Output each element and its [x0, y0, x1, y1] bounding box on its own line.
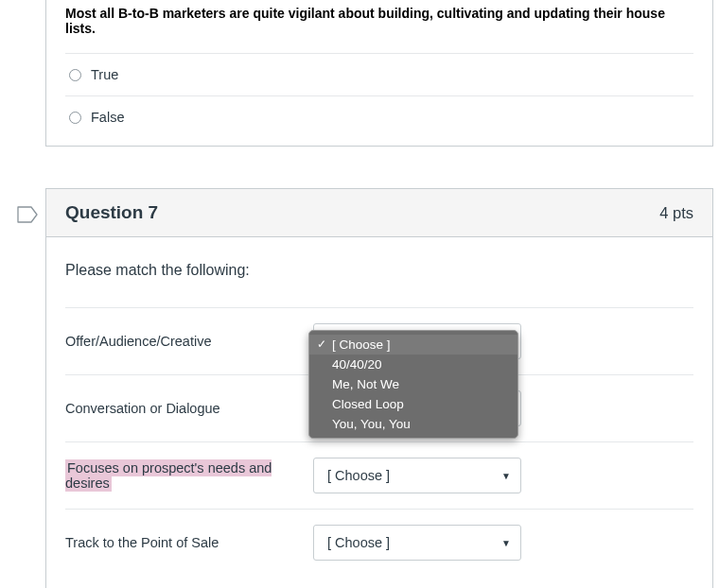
flag-question-button[interactable]	[17, 206, 38, 223]
highlighted-text: Focuses on prospect's needs and desires	[65, 459, 272, 492]
dropdown-option-you-you-you[interactable]: You, You, You	[309, 414, 517, 434]
question-points: 4 pts	[659, 204, 693, 222]
choice-true-row[interactable]: True	[65, 54, 693, 96]
question-6-stem: Most all B-to-B marketers are quite vigi…	[65, 0, 693, 54]
chevron-down-icon: ▼	[501, 471, 511, 481]
match-label-1: Offer/Audience/Creative	[65, 334, 300, 349]
flag-outline-icon	[17, 206, 38, 223]
question-title: Question 7	[65, 202, 158, 223]
dropdown-option-404020[interactable]: 40/40/20	[309, 355, 517, 374]
match-row-3: Focuses on prospect's needs and desires …	[65, 441, 693, 509]
match-row-4: Track to the Point of Sale [ Choose ] ▼	[65, 509, 693, 576]
dropdown-menu: [ Choose ] 40/40/20 Me, Not We Closed Lo…	[308, 330, 518, 439]
match-label-2: Conversation or Dialogue	[65, 401, 300, 416]
choice-false-row[interactable]: False	[65, 96, 693, 138]
choice-true-label: True	[91, 67, 118, 82]
question-header: Question 7 4 pts	[46, 189, 712, 237]
question-prompt: Please match the following:	[65, 262, 693, 279]
select-value: [ Choose ]	[327, 535, 390, 550]
chevron-down-icon: ▼	[501, 538, 511, 548]
radio-icon	[69, 112, 81, 124]
radio-icon	[69, 69, 81, 81]
dropdown-option-closed-loop[interactable]: Closed Loop	[309, 394, 517, 414]
dropdown-option-me-not-we[interactable]: Me, Not We	[309, 374, 517, 394]
match-select-4[interactable]: [ Choose ] ▼	[313, 525, 521, 561]
question-6-card: Most all B-to-B marketers are quite vigi…	[45, 0, 713, 147]
dropdown-option-choose[interactable]: [ Choose ]	[309, 335, 517, 355]
match-label-3: Focuses on prospect's needs and desires	[65, 460, 300, 491]
choice-false-label: False	[91, 110, 124, 125]
select-value: [ Choose ]	[327, 468, 390, 483]
match-select-3[interactable]: [ Choose ] ▼	[313, 458, 521, 493]
match-label-4: Track to the Point of Sale	[65, 535, 300, 550]
